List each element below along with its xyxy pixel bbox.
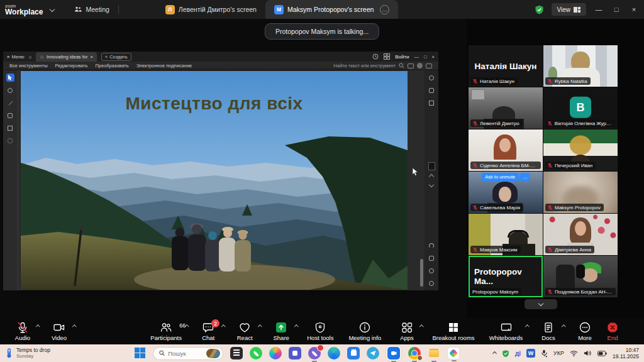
menu-esign[interactable]: Электронное подписание: [136, 63, 192, 69]
scrollbar-thumb[interactable]: [420, 259, 423, 287]
home-icon[interactable]: ⌂: [29, 54, 32, 60]
grid-view-icon[interactable]: [384, 53, 390, 60]
assistant-icon[interactable]: [417, 63, 423, 69]
acrobat-create-button[interactable]: + Создать: [101, 53, 131, 61]
page-down-icon[interactable]: [429, 182, 434, 187]
maximize-button[interactable]: □: [611, 6, 621, 13]
page-up-icon[interactable]: [429, 173, 434, 178]
doc-tab-close-icon[interactable]: ×: [90, 54, 92, 60]
antivirus-shield-icon[interactable]: [502, 349, 509, 358]
ask-to-unmute-button[interactable]: Ask to unmute: [481, 173, 519, 181]
search-input[interactable]: [168, 350, 203, 357]
participant-tile-pecherskyi-ivan[interactable]: Печерский Иван: [543, 129, 618, 171]
copilot-icon[interactable]: [269, 347, 282, 359]
docs-button[interactable]: Docs: [535, 321, 562, 341]
select-tool-icon[interactable]: [6, 74, 14, 82]
tab-meeting[interactable]: Meeting: [65, 0, 118, 19]
wifi-icon[interactable]: [570, 350, 578, 357]
bookmarks-icon[interactable]: [428, 99, 436, 107]
react-button[interactable]: React: [231, 321, 258, 341]
chat-options-chevron[interactable]: [221, 325, 225, 329]
file-explorer-icon[interactable]: [428, 347, 440, 359]
participants-button[interactable]: 66 Participants: [147, 321, 186, 341]
chrome-icon[interactable]: [408, 347, 421, 359]
share-doc-icon[interactable]: [426, 63, 432, 69]
breakout-rooms-button[interactable]: Breakout rooms: [430, 321, 477, 341]
tray-expand-chevron[interactable]: [492, 351, 497, 355]
clock[interactable]: 10:47 19.11.2025: [613, 347, 639, 359]
zoom-out-icon[interactable]: [428, 266, 436, 275]
video-button[interactable]: Video: [45, 321, 73, 341]
participant-tile-leventii-dmytro[interactable]: Левентій Дмитро: [469, 87, 543, 129]
participant-tile-maksym-protopopov-video[interactable]: Maksym Protopopov: [543, 172, 618, 213]
whatsapp-icon[interactable]: [250, 347, 262, 359]
share-options-chevron[interactable]: [294, 325, 298, 329]
tab-share-maksym[interactable]: M Maksym Protopopov's screen …: [265, 0, 398, 19]
participant-tile-dimitriieva-anna[interactable]: Дімітрієва Анна: [543, 214, 618, 255]
more-button[interactable]: More: [571, 321, 599, 341]
acrobat-find-field[interactable]: Найти текст или инструмент: [333, 63, 432, 69]
docs-options-chevron[interactable]: [562, 325, 565, 329]
react-options-chevron[interactable]: [258, 325, 262, 329]
acrobat-menu-button[interactable]: ≡ Меню: [7, 54, 25, 60]
edge-icon[interactable]: [328, 347, 340, 359]
signin-button[interactable]: Войти: [395, 54, 409, 60]
zoom-in-icon[interactable]: [428, 279, 436, 287]
menu-all-tools[interactable]: Все инструменты: [9, 63, 48, 69]
language-indicator[interactable]: УКР: [553, 350, 564, 356]
tab-more-icon[interactable]: …: [380, 5, 389, 14]
workspace-chevron-down-icon[interactable]: [50, 7, 55, 12]
acrobat-maximize-button[interactable]: □: [424, 54, 427, 60]
participant-tile-sidenko-anhelina[interactable]: Сіденко Ангеліна БМ-231: [469, 129, 543, 171]
history-clock-icon[interactable]: [372, 53, 379, 60]
participant-tile-natalia-shakun[interactable]: Наталія Шакун Наталія Шакун: [469, 45, 543, 87]
notification-bell-icon[interactable]: [408, 63, 414, 69]
notepad-icon[interactable]: [230, 347, 243, 359]
zoom-tool-icon[interactable]: [6, 86, 14, 94]
video-options-chevron[interactable]: [72, 325, 76, 329]
apps-button[interactable]: Apps: [393, 321, 421, 341]
host-tools-button[interactable]: Host tools: [304, 321, 336, 341]
menu-edit[interactable]: Редактировать: [55, 63, 88, 69]
comment-icon[interactable]: [6, 111, 14, 119]
voice-typing-icon[interactable]: [541, 349, 548, 358]
tile-more-icon[interactable]: …: [520, 173, 530, 181]
tab-share-leventii[interactable]: Л Левентій Дмитро's screen: [157, 0, 265, 19]
fit-page-icon[interactable]: [428, 254, 436, 262]
battery-icon[interactable]: [597, 351, 607, 356]
acrobat-doc-tab[interactable]: ☆ Innovating ideas for ×: [36, 52, 97, 62]
telegram-icon[interactable]: [367, 347, 379, 359]
search-daily-image[interactable]: [206, 349, 220, 358]
eye-icon[interactable]: [428, 74, 436, 82]
snapshot-icon[interactable]: [6, 124, 14, 132]
acrobat-close-button[interactable]: ×: [432, 54, 435, 60]
whiteboards-button[interactable]: Whiteboards: [486, 321, 526, 341]
rotate-icon[interactable]: [428, 241, 436, 250]
collapse-participants-button[interactable]: [525, 299, 557, 309]
audio-button[interactable]: Audio: [9, 321, 36, 341]
speaker-icon[interactable]: [584, 350, 592, 356]
audio-options-chevron[interactable]: [36, 325, 40, 329]
participant-tile-viktoriia[interactable]: B Вікторія Олегівна Журав...: [543, 87, 618, 129]
diia-icon[interactable]: ді: [515, 350, 521, 357]
word-icon[interactable]: W: [526, 349, 535, 358]
photos-app-icon[interactable]: [447, 347, 460, 359]
participant-tile-rybka-nataliia[interactable]: Rybka Nataliia: [543, 45, 618, 87]
share-button[interactable]: Share: [267, 321, 295, 341]
meeting-info-button[interactable]: Meeting info: [346, 321, 384, 341]
participant-tile-mavrov-maksym[interactable]: Мавров Максим: [469, 214, 543, 255]
whiteboards-options-chevron[interactable]: [525, 325, 529, 329]
participant-tile-savelieva-mariia[interactable]: Ask to unmute … Савельєва Марія: [469, 172, 543, 213]
minimize-button[interactable]: —: [594, 6, 604, 13]
menu-convert[interactable]: Преобразовать: [95, 63, 128, 69]
participant-tile-protopopov-active[interactable]: Protopopov Ma... Protopopov Maksym: [469, 256, 543, 297]
view-button[interactable]: View: [552, 3, 587, 16]
viber-icon[interactable]: [308, 347, 321, 359]
microsoft-store-icon[interactable]: [347, 347, 360, 359]
zoom-app-icon[interactable]: [387, 347, 400, 359]
teams-icon[interactable]: [289, 347, 301, 359]
edit-pencil-icon[interactable]: [6, 99, 14, 107]
acrobat-minimize-button[interactable]: —: [414, 54, 419, 60]
start-button[interactable]: [135, 348, 146, 359]
end-button[interactable]: End: [599, 321, 626, 341]
